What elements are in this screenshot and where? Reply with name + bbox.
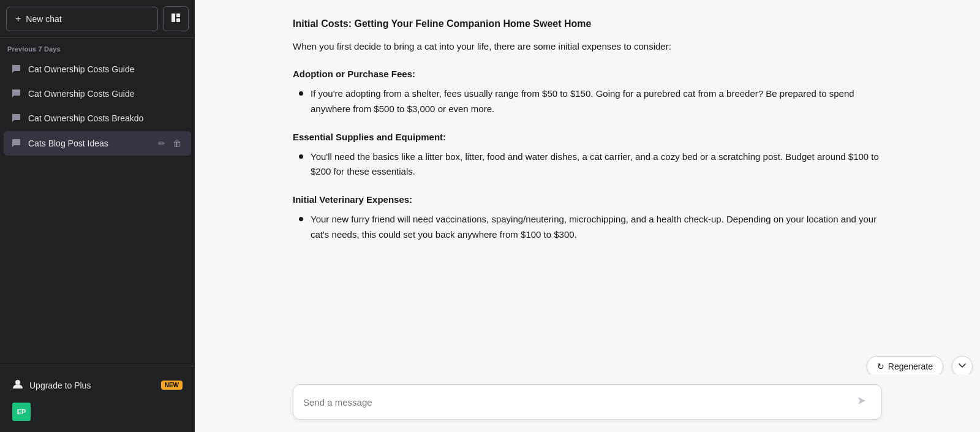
supplies-bullet-1: You'll need the basics like a litter box…: [293, 150, 882, 180]
vet-heading: Initial Veterinary Expenses:: [293, 194, 882, 205]
regenerate-button[interactable]: ↻ Regenerate: [867, 356, 943, 377]
regenerate-label: Regenerate: [888, 362, 933, 371]
input-area: [195, 374, 980, 432]
vet-section: Initial Veterinary Expenses: Your new fu…: [293, 194, 882, 243]
supplies-section: Essential Supplies and Equipment: You'll…: [293, 132, 882, 180]
avatar: EP: [12, 403, 31, 421]
svg-point-3: [15, 380, 20, 385]
vet-text-1: Your new furry friend will need vaccinat…: [311, 212, 882, 243]
bullet-dot-2: [299, 154, 303, 159]
message-input-box: [293, 384, 882, 420]
plus-icon: +: [15, 13, 21, 25]
new-badge: NEW: [161, 381, 183, 390]
sidebar-layout-button[interactable]: [163, 6, 189, 31]
send-icon: [857, 396, 867, 408]
intro-text: When you first decide to bring a cat int…: [293, 39, 882, 54]
supplies-text-1: You'll need the basics like a litter box…: [311, 150, 882, 180]
new-chat-button[interactable]: + New chat: [6, 7, 158, 31]
chat-item-4-actions: ✏ 🗑: [156, 137, 184, 150]
chat-item-1[interactable]: Cat Ownership Costs Guide: [4, 58, 191, 81]
chat-icon-4: [11, 138, 22, 149]
chat-icon-3: [11, 113, 22, 124]
svg-rect-0: [172, 13, 175, 22]
chat-list: Cat Ownership Costs Guide Cat Ownership …: [0, 56, 195, 157]
chevron-down-icon: [958, 362, 967, 372]
adoption-heading: Adoption or Purchase Fees:: [293, 69, 882, 79]
adoption-section: Adoption or Purchase Fees: If you're ado…: [293, 69, 882, 117]
sidebar: + New chat Previous 7 Days Cat Ownershi: [0, 0, 195, 432]
chat-item-label-4: Cats Blog Post Ideas: [28, 138, 149, 148]
chat-item-4[interactable]: Cats Blog Post Ideas ✏ 🗑: [4, 131, 191, 156]
send-button[interactable]: [852, 392, 872, 412]
section-initial-costs: Initial Costs: Getting Your Feline Compa…: [293, 18, 882, 54]
regenerate-icon: ↻: [877, 362, 884, 371]
chat-icon-1: [11, 64, 22, 75]
chat-item-label-1: Cat Ownership Costs Guide: [28, 64, 184, 74]
chat-item-label-2: Cat Ownership Costs Guide: [28, 89, 184, 99]
svg-rect-2: [176, 18, 180, 22]
chat-item-3[interactable]: Cat Ownership Costs Breakdo: [4, 107, 191, 130]
upgrade-label: Upgrade to Plus: [29, 381, 91, 390]
vet-bullet-1: Your new furry friend will need vaccinat…: [293, 212, 882, 243]
chat-item-label-3: Cat Ownership Costs Breakdo: [28, 113, 184, 123]
layout-icon: [171, 13, 181, 25]
bullet-dot: [299, 91, 303, 96]
previous-7-days-label: Previous 7 Days: [0, 38, 195, 56]
chat-item-2[interactable]: Cat Ownership Costs Guide: [4, 82, 191, 105]
supplies-heading: Essential Supplies and Equipment:: [293, 132, 882, 142]
main-content: Initial Costs: Getting Your Feline Compa…: [195, 0, 980, 432]
adoption-text-1: If you're adopting from a shelter, fees …: [311, 86, 882, 117]
chat-edit-button-4[interactable]: ✏: [156, 137, 168, 150]
sidebar-top: + New chat: [0, 0, 195, 38]
user-icon: [12, 379, 23, 392]
bullet-dot-3: [299, 217, 303, 221]
scroll-down-button[interactable]: [952, 356, 973, 377]
chat-icon-2: [11, 88, 22, 99]
initial-costs-heading: Initial Costs: Getting Your Feline Compa…: [293, 18, 882, 29]
chat-area: Initial Costs: Getting Your Feline Compa…: [195, 0, 980, 432]
svg-rect-1: [176, 13, 180, 17]
adoption-bullet-1: If you're adopting from a shelter, fees …: [293, 86, 882, 117]
upgrade-to-plus-button[interactable]: Upgrade to Plus NEW: [5, 373, 190, 398]
chat-delete-button-4[interactable]: 🗑: [170, 137, 184, 150]
message-input[interactable]: [303, 397, 852, 407]
new-chat-label: New chat: [26, 14, 61, 24]
sidebar-bottom: Upgrade to Plus NEW EP: [0, 366, 195, 432]
